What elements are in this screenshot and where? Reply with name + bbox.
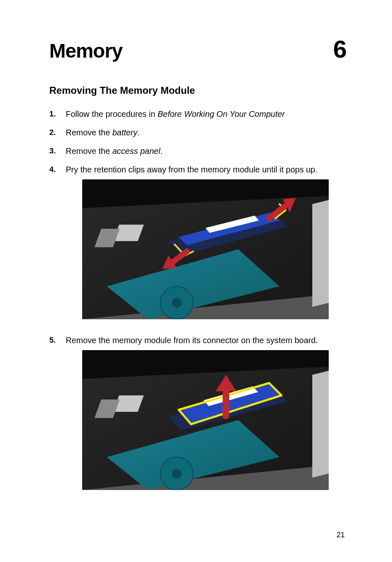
step-3: 3. Remove the access panel. (49, 146, 347, 157)
step-text-italic: Before Working On Your Computer (157, 109, 285, 118)
step-number: 1. (49, 109, 66, 119)
step-text-italic: battery (112, 128, 137, 137)
step-text-prefix: Remove the memory module from its connec… (66, 336, 318, 345)
svg-marker-12 (312, 200, 329, 307)
step-text-suffix: . (160, 146, 163, 156)
step-body: Remove the access panel. (66, 146, 347, 157)
figure-memory-clips (82, 179, 329, 319)
page-number: 21 (337, 531, 345, 539)
figure-memory-remove (82, 350, 329, 490)
chapter-number: 6 (333, 37, 347, 62)
step-text-italic: access panel (112, 146, 160, 156)
step-body: Pry the retention clips away from the me… (66, 164, 347, 327)
step-text-suffix: . (138, 128, 140, 137)
svg-marker-25 (312, 371, 329, 478)
step-number: 4. (49, 164, 66, 175)
step-text-prefix: Follow the procedures in (66, 109, 157, 118)
chapter-header: Memory 6 (49, 39, 347, 62)
section-title: Removing The Memory Module (49, 85, 347, 96)
step-text-prefix: Remove the (66, 146, 112, 156)
step-text-prefix: Pry the retention clips away from the me… (66, 165, 318, 174)
step-number: 2. (49, 127, 66, 138)
step-text-prefix: Remove the (66, 128, 112, 137)
chapter-title: Memory (49, 39, 122, 62)
step-body: Follow the procedures in Before Working … (66, 109, 347, 120)
step-body: Remove the battery. (66, 127, 347, 138)
svg-point-3 (172, 298, 182, 308)
step-number: 3. (49, 146, 66, 156)
step-5: 5. Remove the memory module from its con… (49, 335, 347, 498)
step-body: Remove the memory module from its connec… (66, 335, 347, 498)
step-2: 2. Remove the battery. (49, 127, 347, 138)
page: Memory 6 Removing The Memory Module 1. F… (0, 0, 392, 562)
step-4: 4. Pry the retention clips away from the… (49, 164, 347, 327)
steps-list: 1. Follow the procedures in Before Worki… (49, 109, 347, 498)
step-number: 5. (49, 335, 66, 346)
step-1: 1. Follow the procedures in Before Worki… (49, 109, 347, 120)
svg-point-16 (172, 469, 182, 478)
